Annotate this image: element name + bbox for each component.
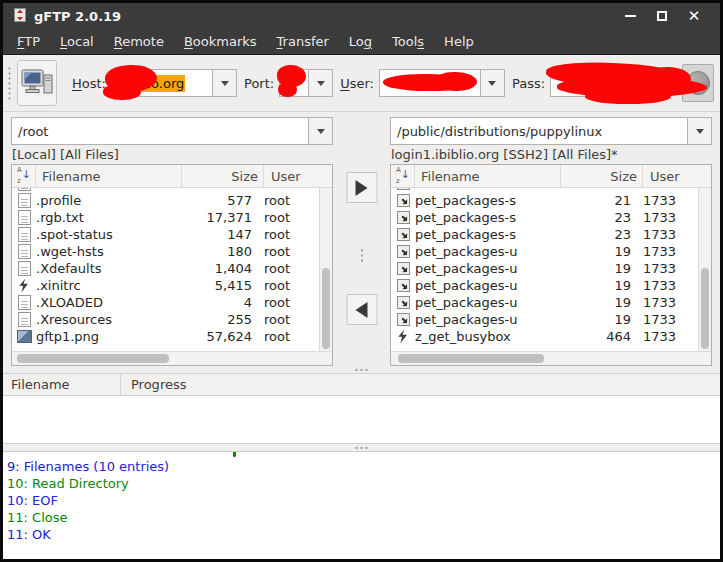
remote-pane: /public/distributions/puppylinux login1.… — [390, 117, 712, 366]
scrollbar-thumb[interactable] — [17, 354, 169, 363]
menubar: FTP Local Remote Bookmarks Transfer Log … — [3, 29, 720, 55]
filename-column-header[interactable]: Filename — [415, 165, 561, 187]
paned-grip[interactable] — [354, 368, 370, 372]
file-row[interactable]: .profile577root — [12, 192, 319, 209]
port-input[interactable] — [279, 69, 309, 97]
local-status-label: [Local] [All Files] — [11, 145, 333, 164]
menu-transfer[interactable]: Transfer — [267, 32, 339, 51]
file-row[interactable]: .rgb.txt17,371root — [12, 209, 319, 226]
symlink-icon — [397, 262, 410, 275]
remote-path-input[interactable]: /public/distributions/puppylinux — [390, 117, 688, 145]
chevron-down-icon — [317, 81, 325, 86]
file-row[interactable]: pet_packages-u191733 — [391, 311, 698, 328]
executable-icon — [19, 279, 30, 293]
log-pane[interactable]: 9: Filenames (10 entries) 10: Read Direc… — [3, 451, 720, 559]
local-path-combo: /root — [11, 117, 333, 145]
user-column-header[interactable]: User — [643, 165, 711, 187]
arrow-right-icon — [356, 180, 368, 196]
chevron-down-icon — [488, 81, 496, 86]
file-row[interactable]: .XLOADED4root — [12, 294, 319, 311]
file-row[interactable]: .Xresources255root — [12, 311, 319, 328]
file-row[interactable]: pet_packages-s211733 — [391, 192, 698, 209]
transfer-progress-column-header[interactable]: Progress — [121, 374, 186, 395]
file-row[interactable]: gftp1.png57,624root — [12, 328, 319, 345]
transfer-right-button[interactable] — [346, 172, 377, 203]
transfer-left-button[interactable] — [346, 294, 377, 325]
text-file-icon — [18, 312, 31, 327]
maximize-button[interactable] — [646, 3, 678, 29]
paned-grip[interactable] — [360, 248, 364, 263]
pane-divider[interactable] — [3, 366, 720, 373]
file-row[interactable]: z_get_busybox4641733 — [391, 328, 698, 345]
remote-horizontal-scrollbar[interactable] — [391, 351, 711, 365]
port-label: Port: — [244, 76, 274, 91]
menu-ftp[interactable]: FTP — [7, 32, 50, 51]
redaction-blob — [585, 89, 671, 104]
local-path-dropdown-button[interactable] — [309, 117, 333, 145]
menu-bookmarks[interactable]: Bookmarks — [174, 32, 267, 51]
file-row[interactable]: pet_packages-u191733 — [391, 294, 698, 311]
text-file-icon — [18, 188, 31, 191]
menu-remote[interactable]: Remote — [104, 32, 174, 51]
file-row[interactable]: .xinitrc5,415root — [12, 277, 319, 294]
remote-path-dropdown-button[interactable] — [688, 117, 712, 145]
text-file-icon — [18, 193, 31, 208]
user-input[interactable] — [379, 69, 481, 97]
remote-status-label: login1.ibiblio.org [SSH2] [All Files]* — [390, 145, 712, 164]
toolbar-grip[interactable] — [7, 66, 12, 100]
file-row[interactable]: .Xdefaults1,404root — [12, 260, 319, 277]
local-horizontal-scrollbar[interactable] — [12, 351, 332, 365]
minimize-button[interactable] — [614, 3, 646, 29]
file-row[interactable]: pet_packages-u191733 — [391, 277, 698, 294]
symlink-icon — [397, 188, 410, 190]
transfer-queue-header: Filename Progress — [3, 373, 720, 396]
scrollbar-thumb[interactable] — [701, 268, 709, 350]
close-button[interactable]: ✕ — [678, 3, 710, 29]
local-vertical-scrollbar[interactable] — [319, 188, 332, 351]
local-file-list: Filename Size User .profile577root .rgb.… — [11, 164, 333, 366]
filename-column-header[interactable]: Filename — [36, 165, 182, 187]
file-row[interactable]: .wget-hsts180root — [12, 243, 319, 260]
log-line: 10: Read Directory — [7, 475, 716, 492]
file-row[interactable]: pet_packages-s231733 — [391, 209, 698, 226]
remote-vertical-scrollbar[interactable] — [698, 188, 711, 351]
scrollbar-thumb[interactable] — [322, 268, 330, 350]
text-file-icon — [18, 244, 31, 259]
transfer-filename-column-header[interactable]: Filename — [3, 374, 121, 395]
redaction-blob — [647, 67, 691, 90]
size-column-header[interactable]: Size — [182, 165, 264, 187]
menu-local[interactable]: Local — [50, 32, 104, 51]
local-path-input[interactable]: /root — [11, 117, 309, 145]
host-input[interactable]: .ibiblio.org — [111, 69, 213, 97]
user-column-header[interactable]: User — [264, 165, 332, 187]
main-panes: /root [Local] [All Files] Filename Size … — [3, 112, 720, 366]
symlink-icon — [397, 228, 410, 241]
connect-computer-button[interactable] — [17, 60, 57, 106]
sort-column-header[interactable] — [12, 165, 36, 187]
local-list-body: .profile577root .rgb.txt17,371root .spot… — [12, 188, 332, 351]
gftp-window: gFTP 2.0.19 ✕ FTP Local Remote Bookmarks… — [0, 0, 723, 562]
port-dropdown-button[interactable] — [309, 69, 333, 97]
pass-input[interactable] — [550, 69, 670, 97]
file-row[interactable]: pet_packages-u191733 — [391, 260, 698, 277]
user-dropdown-button[interactable] — [481, 69, 505, 97]
host-dropdown-button[interactable] — [213, 69, 237, 97]
log-divider[interactable] — [3, 444, 720, 451]
file-row[interactable]: .spot-status147root — [12, 226, 319, 243]
log-line: 11: Close — [7, 509, 716, 526]
menu-log[interactable]: Log — [339, 32, 382, 51]
file-row[interactable]: pet_packages-u191733 — [391, 243, 698, 260]
remote-file-list: Filename Size User pet_packages-s211733 … — [390, 164, 712, 366]
arrow-left-icon — [356, 302, 368, 318]
sort-column-header[interactable] — [391, 165, 415, 187]
scrollbar-thumb[interactable] — [398, 354, 544, 363]
size-column-header[interactable]: Size — [561, 165, 643, 187]
paned-grip[interactable] — [354, 446, 370, 450]
transfer-queue-list[interactable] — [3, 396, 720, 444]
menu-tools[interactable]: Tools — [382, 32, 434, 51]
menu-help[interactable]: Help — [434, 32, 484, 51]
file-row[interactable]: pet_packages-s231733 — [391, 226, 698, 243]
host-label: Host: — [72, 76, 106, 91]
symlink-icon — [397, 313, 410, 326]
log-clipped-line — [7, 452, 716, 458]
